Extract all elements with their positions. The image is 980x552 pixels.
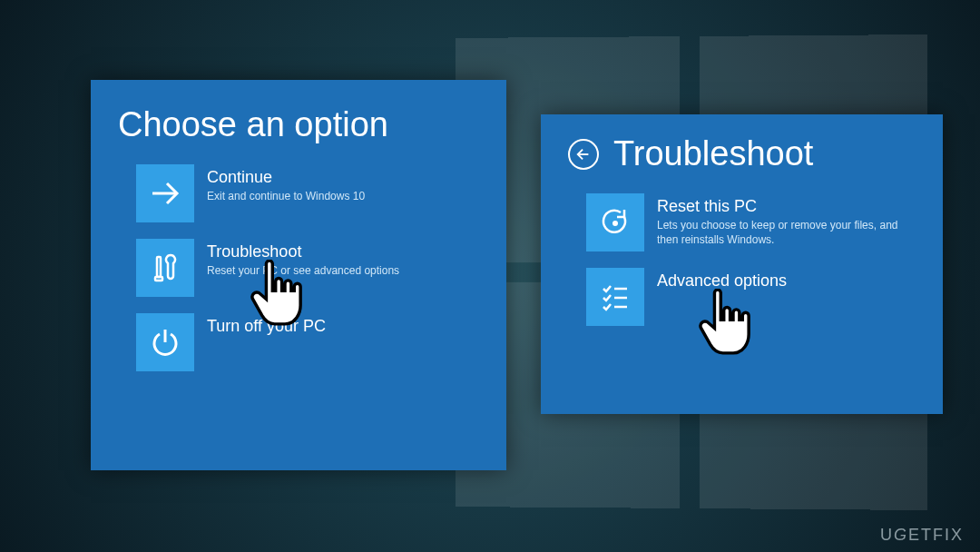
option-troubleshoot[interactable]: Troubleshoot Reset your PC or see advanc… (136, 239, 479, 297)
option-advanced[interactable]: Advanced options (586, 268, 916, 326)
option-label: Troubleshoot (207, 242, 399, 261)
option-reset-pc[interactable]: Reset this PC Lets you choose to keep or… (586, 193, 916, 251)
choose-option-panel: Choose an option Continue Exit and conti… (91, 80, 506, 470)
svg-rect-2 (155, 277, 162, 281)
watermark: UGETFIX (880, 526, 964, 545)
option-label: Advanced options (657, 271, 787, 291)
options-list: Continue Exit and continue to Windows 10… (118, 164, 479, 371)
troubleshoot-panel: Troubleshoot Reset this PC Lets you choo… (541, 114, 943, 414)
option-continue[interactable]: Continue Exit and continue to Windows 10 (136, 164, 479, 222)
option-label: Turn off your PC (207, 317, 326, 336)
option-label: Continue (207, 168, 365, 187)
page-title: Troubleshoot (613, 134, 813, 173)
reset-icon (586, 193, 644, 251)
back-button[interactable] (568, 139, 599, 170)
svg-rect-1 (157, 257, 161, 277)
option-desc: Reset your PC or see advanced options (207, 263, 399, 278)
option-label: Reset this PC (657, 197, 911, 216)
svg-point-5 (612, 221, 618, 226)
page-title: Choose an option (118, 105, 479, 144)
list-icon (586, 268, 644, 326)
option-desc: Lets you choose to keep or remove your f… (657, 218, 911, 247)
option-desc: Exit and continue to Windows 10 (207, 189, 365, 203)
power-icon (136, 313, 194, 371)
tools-icon (136, 239, 194, 297)
options-list: Reset this PC Lets you choose to keep or… (568, 193, 916, 326)
option-turnoff[interactable]: Turn off your PC (136, 313, 479, 371)
arrow-right-icon (136, 164, 194, 222)
